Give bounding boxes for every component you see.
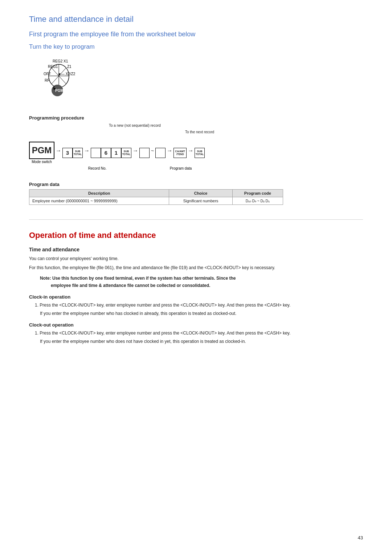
ca-amt-cell: CA/AMT/TEND [173, 148, 187, 158]
program-data-table: Description Choice Program code Employee… [29, 189, 283, 205]
clock-in-item-1: 1. Press the <CLOCK-IN/OUT> key, enter e… [35, 302, 363, 309]
svg-text:◄—  X2/Z2: ◄— X2/Z2 [57, 72, 75, 76]
subtotal3-box: SUBTOTAL [195, 148, 205, 158]
clock-out-heading: Clock-out operation [29, 322, 363, 328]
annotation-next-record: To the next record [185, 130, 214, 134]
pgm-box: PGM [29, 142, 54, 159]
clock-in-heading: Clock-in operation [29, 294, 363, 300]
ca-amt-box: CA/AMT/TEND [173, 148, 187, 158]
blank3-cell [155, 148, 166, 158]
tilde: ~ [150, 148, 155, 154]
svg-text:OFF: OFF [44, 72, 51, 76]
blank3-box [155, 148, 166, 158]
turn-key-heading: Turn the key to program [29, 43, 363, 50]
num1-cell: 1 [111, 148, 121, 158]
subtotal1-box: SUBTOTAL [73, 148, 83, 158]
arrow-3: → [131, 147, 139, 154]
mode-switch-label: Mode switch [32, 160, 52, 164]
section-divider [29, 219, 363, 220]
clock-out-note: If you enter the employee number who doe… [40, 338, 363, 345]
body-text-2: For this function, the employee file (fi… [29, 264, 363, 271]
blank1-cell [91, 148, 101, 158]
blank2-box [139, 148, 150, 158]
row-description: Employee number (0000000001 ~ 9999999999… [29, 197, 169, 205]
col-description: Description [29, 190, 169, 197]
clock-out-item-1: 1. Press the <CLOCK-IN/OUT> key, enter e… [35, 330, 363, 337]
flow-wrapper: To a new (not sequential) record To the … [29, 123, 363, 171]
body-text-1: You can control your employees' working … [29, 255, 363, 262]
note-text: Note: Use this function by one fixed ter… [40, 275, 363, 289]
arrow-5: → [187, 147, 195, 154]
page-number: 43 [358, 535, 363, 540]
col-program-code: Program code [232, 190, 283, 197]
program-data-section: Program data Description Choice Program … [29, 182, 363, 205]
subtotal2-cell: SUBTOTAL [121, 148, 131, 158]
arrow-1: → [54, 147, 62, 154]
blank2-cell [139, 148, 150, 158]
blank1-box [91, 148, 101, 158]
subtitle: First program the employee file from the… [29, 31, 363, 38]
subtotal2-box: SUBTOTAL [121, 148, 131, 158]
operation-title: Operation of time and attendance [29, 231, 363, 240]
num6-cell: 6 [101, 148, 111, 158]
subtotal1-cell: SUBTOTAL [73, 148, 83, 158]
flow-row: PGM Mode switch → 3 SUBTOTAL → 6 [29, 142, 363, 164]
num3-cell: 3 [62, 148, 73, 158]
num3-box: 3 [62, 148, 73, 158]
key-diagram: REG2 X1 REG1 Z1 OFF ◄— X2/Z2 RF PGM [33, 57, 113, 104]
time-attendance-heading: Time and attendance [29, 247, 363, 252]
arrow-2: → [83, 147, 91, 154]
annotation-new-record: To a new (not sequential) record [109, 123, 161, 127]
num1-box: 1 [111, 148, 121, 158]
pgm-cell: PGM Mode switch [29, 142, 54, 164]
svg-text:PGM: PGM [55, 89, 64, 93]
program-data-label: Program data [29, 182, 363, 187]
table-row: Employee number (0000000001 ~ 9999999999… [29, 197, 283, 205]
subtotal3-cell: SUBTOTAL [195, 148, 205, 158]
svg-text:REG2  X1: REG2 X1 [53, 59, 68, 63]
row-choice: Significant numbers [169, 197, 232, 205]
num6-box: 6 [101, 148, 111, 158]
main-title: Time and attendance in detail [29, 15, 363, 24]
program-data-flow-label: Program data [170, 166, 192, 170]
programming-procedure: Programming procedure To a new (not sequ… [29, 115, 363, 171]
key-diagram-svg: REG2 X1 REG1 Z1 OFF ◄— X2/Z2 RF PGM [33, 57, 113, 104]
col-choice: Choice [169, 190, 232, 197]
clock-in-note: If you enter the employee number who has… [40, 310, 363, 317]
arrow-4: → [166, 147, 173, 154]
row-program-code: D₁₀ D₉ ~ D₂ D₁ [232, 197, 283, 205]
prog-procedure-label: Programming procedure [29, 115, 363, 121]
svg-text:Z1: Z1 [67, 65, 72, 69]
record-no-label: Record No. [88, 166, 107, 170]
